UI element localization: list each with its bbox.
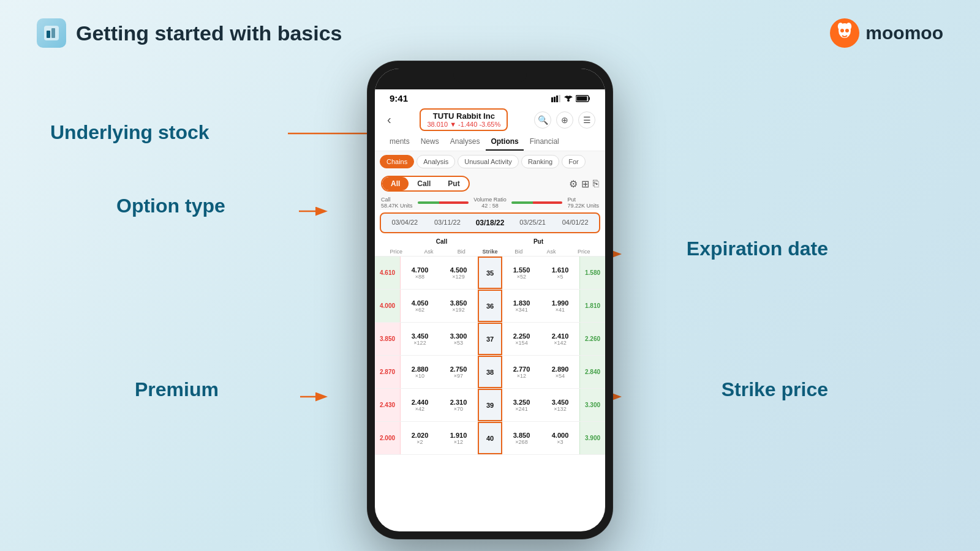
- call-bid-35[interactable]: 4.500×129: [439, 257, 478, 289]
- nav-tab-analyses[interactable]: Analyses: [445, 133, 485, 151]
- put-volume-label: Put 79.22K Units: [567, 197, 599, 209]
- page-title: Getting started with basics: [76, 21, 342, 45]
- stock-change: ▼: [450, 121, 458, 128]
- chip-for[interactable]: For: [562, 155, 586, 168]
- put-ask-37[interactable]: 2.410×142: [541, 323, 579, 355]
- call-bid-39[interactable]: 2.310×70: [439, 389, 478, 421]
- put-section-header: Put: [502, 238, 575, 245]
- moomoo-brand-text: moomoo: [865, 23, 943, 43]
- chip-analysis[interactable]: Analysis: [417, 155, 455, 168]
- svg-rect-12: [556, 96, 558, 102]
- put-ask-40[interactable]: 4.000×3: [541, 422, 579, 454]
- ch-ask-call: Ask: [412, 249, 445, 255]
- stock-price-info: 38.010 ▼ -1.440 -3.65%: [427, 121, 500, 128]
- copy-icon[interactable]: ⎘: [593, 178, 599, 190]
- option-type-buttons: All Call Put: [381, 176, 470, 192]
- opt-btn-call[interactable]: Call: [409, 177, 439, 190]
- put-bid-36[interactable]: 1.830×341: [502, 290, 541, 322]
- volume-bar: [418, 201, 469, 204]
- phone-mockup: 9:41 ‹ TUTU Rabbit Inc 38.010 ▼: [368, 61, 612, 539]
- strike-39: 39: [478, 389, 502, 421]
- put-price-header-spacer: [575, 238, 600, 245]
- call-bid-36[interactable]: 3.850×192: [439, 290, 478, 322]
- call-ask-39[interactable]: 2.440×42: [401, 389, 439, 421]
- chip-unusual[interactable]: Unusual Activity: [458, 155, 519, 168]
- app-icons: 🔍 ⊕ ☰: [534, 111, 595, 129]
- call-ask-37[interactable]: 3.450×122: [401, 323, 439, 355]
- put-price-39[interactable]: 3.300: [579, 389, 605, 421]
- nav-tab-moments[interactable]: ments: [385, 133, 415, 151]
- stock-badge[interactable]: TUTU Rabbit Inc 38.010 ▼ -1.440 -3.65%: [420, 108, 508, 131]
- put-price-38[interactable]: 2.840: [579, 356, 605, 388]
- call-ask-38[interactable]: 2.880×10: [401, 356, 439, 388]
- more-icon[interactable]: ⊕: [556, 111, 573, 129]
- filter-icon[interactable]: ⚙: [569, 178, 578, 190]
- call-volume-title: Call: [381, 197, 413, 203]
- opt-btn-put[interactable]: Put: [439, 177, 468, 190]
- search-icon[interactable]: 🔍: [534, 111, 551, 129]
- put-bid-37[interactable]: 2.250×154: [502, 323, 541, 355]
- svg-rect-2: [51, 28, 55, 38]
- menu-icon[interactable]: ☰: [578, 111, 595, 129]
- chip-ranking[interactable]: Ranking: [521, 155, 559, 168]
- put-bid-38[interactable]: 2.770×12: [502, 356, 541, 388]
- put-ask-39[interactable]: 3.450×132: [541, 389, 579, 421]
- back-button[interactable]: ‹: [385, 113, 394, 127]
- call-bid-38[interactable]: 2.750×97: [439, 356, 478, 388]
- put-ask-38[interactable]: 2.890×54: [541, 356, 579, 388]
- date-item-2[interactable]: 03/18/22: [469, 217, 511, 228]
- filter-chips-row: Chains Analysis Unusual Activity Ranking…: [375, 151, 605, 172]
- opt-btn-all[interactable]: All: [382, 177, 409, 190]
- put-bid-40[interactable]: 3.850×268: [502, 422, 541, 454]
- strike-section-header: [478, 238, 502, 245]
- call-price-40[interactable]: 2.000: [375, 422, 401, 454]
- option-type-row: All Call Put ⚙ ⊞ ⎘: [375, 172, 605, 195]
- chip-chains[interactable]: Chains: [380, 155, 414, 168]
- options-table: 4.610 4.700×88 4.500×129 35 1.550×52 1.6…: [375, 257, 605, 455]
- volume-ratio: Volume Ratio 42 : 58: [473, 197, 507, 209]
- ch-bid-put: Bid: [502, 249, 535, 255]
- nav-tab-financial[interactable]: Financial: [525, 133, 564, 151]
- table-row: 2.430 2.440×42 2.310×70 39 3.250×241 3.4…: [375, 389, 605, 422]
- call-ask-40[interactable]: 2.020×2: [401, 422, 439, 454]
- call-price-38[interactable]: 2.870: [375, 356, 401, 388]
- nav-tab-options[interactable]: Options: [486, 133, 523, 151]
- put-volume-bar: [439, 201, 469, 204]
- put-ask-36[interactable]: 1.990×41: [541, 290, 579, 322]
- call-bid-40[interactable]: 1.910×12: [439, 422, 478, 454]
- status-time: 9:41: [390, 93, 408, 103]
- date-item-1[interactable]: 03/11/22: [426, 217, 469, 228]
- ch-price-call: Price: [380, 249, 412, 255]
- svg-rect-10: [551, 97, 553, 102]
- call-price-35[interactable]: 4.610: [375, 257, 401, 289]
- put-ask-35[interactable]: 1.610×5: [541, 257, 579, 289]
- view-icon[interactable]: ⊞: [581, 178, 589, 190]
- status-icons: [551, 95, 590, 102]
- put-price-40[interactable]: 3.900: [579, 422, 605, 454]
- put-bid-39[interactable]: 3.250×241: [502, 389, 541, 421]
- stock-name: TUTU Rabbit Inc: [427, 111, 500, 121]
- date-item-0[interactable]: 03/04/22: [383, 217, 426, 228]
- call-ask-35[interactable]: 4.700×88: [401, 257, 439, 289]
- label-expiration-date: Expiration date: [687, 238, 828, 260]
- put-bid-35[interactable]: 1.550×52: [502, 257, 541, 289]
- date-item-3[interactable]: 03/25/21: [511, 217, 554, 228]
- call-ask-36[interactable]: 4.050×62: [401, 290, 439, 322]
- date-item-4[interactable]: 04/01/22: [554, 217, 597, 228]
- call-price-39[interactable]: 2.430: [375, 389, 401, 421]
- phone-outer: 9:41 ‹ TUTU Rabbit Inc 38.010 ▼: [368, 61, 612, 539]
- put-price-36[interactable]: 1.810: [579, 290, 605, 322]
- col-headers: Price Ask Bid Strike Bid Ask Price: [375, 247, 605, 257]
- call-bid-37[interactable]: 3.300×53: [439, 323, 478, 355]
- call-price-36[interactable]: 4.000: [375, 290, 401, 322]
- header-icon: [37, 18, 66, 48]
- nav-tab-news[interactable]: News: [416, 133, 444, 151]
- call-price-37[interactable]: 3.850: [375, 323, 401, 355]
- strike-37: 37: [478, 323, 502, 355]
- table-row: 2.000 2.020×2 1.910×12 40 3.850×268 4.00…: [375, 422, 605, 455]
- put-price-37[interactable]: 2.260: [579, 323, 605, 355]
- svg-rect-16: [589, 97, 590, 100]
- svg-rect-11: [554, 97, 556, 102]
- app-title-row: ‹ TUTU Rabbit Inc 38.010 ▼ -1.440 -3.65%…: [385, 108, 595, 133]
- put-price-35[interactable]: 1.580: [579, 257, 605, 289]
